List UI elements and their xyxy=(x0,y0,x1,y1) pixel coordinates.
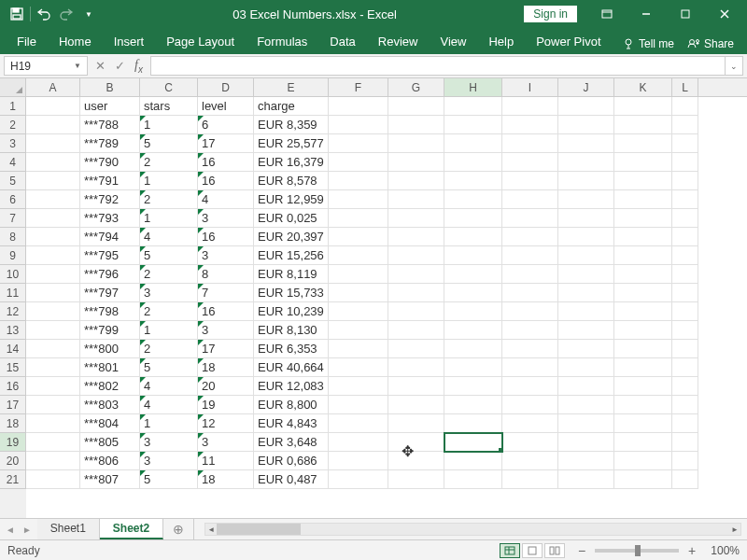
cell-I20[interactable] xyxy=(502,452,558,470)
cell-D8[interactable]: 16 xyxy=(198,228,254,246)
cell-K6[interactable] xyxy=(614,190,672,209)
cell-L7[interactable] xyxy=(672,209,698,228)
cell-J14[interactable] xyxy=(558,340,614,358)
cell-I15[interactable] xyxy=(502,358,558,377)
cell-I13[interactable] xyxy=(502,321,558,340)
cell-I12[interactable] xyxy=(502,302,558,321)
cell-I3[interactable] xyxy=(502,134,558,153)
cell-H21[interactable] xyxy=(444,470,502,489)
cell-J20[interactable] xyxy=(558,452,614,470)
cell-A2[interactable] xyxy=(26,116,80,134)
cell-D1[interactable]: level xyxy=(198,97,254,116)
cell-I10[interactable] xyxy=(502,265,558,284)
cell-A14[interactable] xyxy=(26,340,80,358)
col-header-D[interactable]: D xyxy=(198,78,254,96)
cell-K21[interactable] xyxy=(614,470,672,489)
cell-H2[interactable] xyxy=(444,116,502,134)
cell-B19[interactable]: ***805 xyxy=(80,433,140,452)
sheet-tab-sheet2[interactable]: Sheet2 xyxy=(100,519,163,539)
row-header-5[interactable]: 5 xyxy=(0,172,26,190)
cell-E21[interactable]: EUR 0,487 xyxy=(254,470,329,489)
cell-F2[interactable] xyxy=(329,116,388,134)
cell-C14[interactable]: 2 xyxy=(140,340,198,358)
cell-D6[interactable]: 4 xyxy=(198,190,254,209)
cell-L10[interactable] xyxy=(672,265,698,284)
signin-button[interactable]: Sign in xyxy=(524,6,577,22)
cell-J5[interactable] xyxy=(558,172,614,190)
cell-L6[interactable] xyxy=(672,190,698,209)
formula-input[interactable] xyxy=(150,56,725,76)
cell-E16[interactable]: EUR 12,083 xyxy=(254,377,329,396)
row-header-18[interactable]: 18 xyxy=(0,414,26,433)
cell-K14[interactable] xyxy=(614,340,672,358)
cell-C8[interactable]: 4 xyxy=(140,228,198,246)
cell-H4[interactable] xyxy=(444,153,502,172)
qat-dropdown-icon[interactable]: ▼ xyxy=(79,5,98,23)
cell-H13[interactable] xyxy=(444,321,502,340)
hscroll-thumb[interactable] xyxy=(217,524,301,535)
row-header-6[interactable]: 6 xyxy=(0,190,26,209)
row-header-8[interactable]: 8 xyxy=(0,228,26,246)
cell-K10[interactable] xyxy=(614,265,672,284)
zoom-level[interactable]: 100% xyxy=(711,544,740,557)
row-header-9[interactable]: 9 xyxy=(0,246,26,265)
redo-icon[interactable] xyxy=(57,5,76,23)
cell-A8[interactable] xyxy=(26,228,80,246)
cell-G17[interactable] xyxy=(388,396,444,414)
cell-C18[interactable]: 1 xyxy=(140,414,198,433)
cell-D9[interactable]: 3 xyxy=(198,246,254,265)
cell-H9[interactable] xyxy=(444,246,502,265)
cell-I7[interactable] xyxy=(502,209,558,228)
cell-H20[interactable] xyxy=(444,452,502,470)
tab-pagelayout[interactable]: Page Layout xyxy=(155,31,246,54)
cell-F9[interactable] xyxy=(329,246,388,265)
cell-H14[interactable] xyxy=(444,340,502,358)
cell-A17[interactable] xyxy=(26,396,80,414)
cell-J21[interactable] xyxy=(558,470,614,489)
tab-insert[interactable]: Insert xyxy=(103,31,156,54)
share-button[interactable]: Share xyxy=(687,37,734,50)
cell-E19[interactable]: EUR 3,648 xyxy=(254,433,329,452)
cell-L11[interactable] xyxy=(672,284,698,302)
cell-K19[interactable] xyxy=(614,433,672,452)
cell-K12[interactable] xyxy=(614,302,672,321)
cell-J15[interactable] xyxy=(558,358,614,377)
row-header-12[interactable]: 12 xyxy=(0,302,26,321)
zoom-in-icon[interactable]: + xyxy=(684,543,699,558)
cell-H16[interactable] xyxy=(444,377,502,396)
cell-K16[interactable] xyxy=(614,377,672,396)
cell-L4[interactable] xyxy=(672,153,698,172)
cell-E1[interactable]: charge xyxy=(254,97,329,116)
cell-H1[interactable] xyxy=(444,97,502,116)
page-break-view-icon[interactable] xyxy=(544,543,565,558)
cell-D20[interactable]: 11 xyxy=(198,452,254,470)
cell-I21[interactable] xyxy=(502,470,558,489)
col-header-E[interactable]: E xyxy=(254,78,329,96)
cell-F7[interactable] xyxy=(329,209,388,228)
cell-K11[interactable] xyxy=(614,284,672,302)
cell-E4[interactable]: EUR 16,379 xyxy=(254,153,329,172)
cell-A13[interactable] xyxy=(26,321,80,340)
cell-B21[interactable]: ***807 xyxy=(80,470,140,489)
cell-G2[interactable] xyxy=(388,116,444,134)
cell-E9[interactable]: EUR 15,256 xyxy=(254,246,329,265)
cell-C6[interactable]: 2 xyxy=(140,190,198,209)
cell-A10[interactable] xyxy=(26,265,80,284)
cell-H11[interactable] xyxy=(444,284,502,302)
cell-J4[interactable] xyxy=(558,153,614,172)
cell-F19[interactable] xyxy=(329,433,388,452)
expand-formula-bar-icon[interactable]: ⌄ xyxy=(725,56,743,76)
cell-B6[interactable]: ***792 xyxy=(80,190,140,209)
cell-D16[interactable]: 20 xyxy=(198,377,254,396)
cell-E8[interactable]: EUR 20,397 xyxy=(254,228,329,246)
cell-F20[interactable] xyxy=(329,452,388,470)
close-icon[interactable] xyxy=(706,0,743,28)
name-box[interactable]: H19 ▼ xyxy=(4,56,88,76)
cell-B11[interactable]: ***797 xyxy=(80,284,140,302)
cell-J19[interactable] xyxy=(558,433,614,452)
zoom-slider[interactable] xyxy=(595,549,679,553)
col-header-C[interactable]: C xyxy=(140,78,198,96)
row-header-19[interactable]: 19 xyxy=(0,433,26,452)
cell-J6[interactable] xyxy=(558,190,614,209)
cell-A11[interactable] xyxy=(26,284,80,302)
